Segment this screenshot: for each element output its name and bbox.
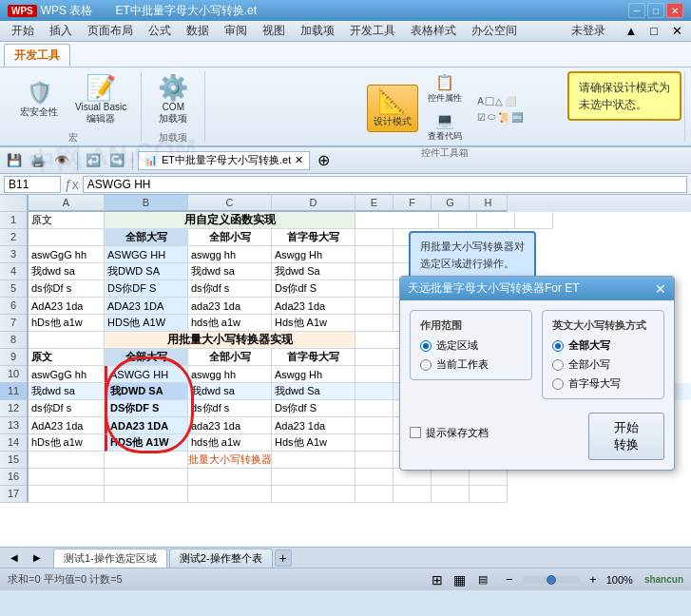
cell-f1[interactable] — [439, 212, 477, 229]
cell-c14[interactable]: hds他 a1w — [188, 434, 272, 452]
sheet-tab-test1[interactable]: 测试1-操作选定区域 — [53, 549, 167, 568]
com-addins-button[interactable]: ⚙️ COM加载项 — [149, 71, 197, 129]
maximize-button[interactable]: □ — [647, 3, 664, 18]
cell-a4[interactable]: 我dwd sa — [29, 263, 105, 280]
cell-e7[interactable] — [355, 315, 393, 332]
zoom-in-button[interactable]: + — [583, 569, 604, 590]
cell-b7[interactable]: HDS他 A1W — [105, 315, 188, 332]
cell-d16[interactable] — [272, 469, 355, 486]
cell-c2[interactable]: 全部小写 — [188, 229, 272, 246]
cell-b5[interactable]: DS你DF S — [105, 280, 188, 298]
menu-table-style[interactable]: 表格样式 — [403, 21, 464, 41]
cell-e1[interactable] — [355, 212, 439, 229]
cell-d17[interactable] — [272, 486, 355, 503]
page-break-button[interactable]: ▤ — [472, 569, 493, 590]
cell-b6[interactable]: ADA23 1DA — [105, 298, 188, 315]
cell-c5[interactable]: ds你df s — [188, 280, 272, 298]
dialog-close-button[interactable]: ✕ — [655, 281, 666, 297]
cell-a5[interactable]: ds你Df s — [29, 280, 105, 298]
zoom-out-button[interactable]: − — [499, 569, 520, 590]
cell-g17[interactable] — [432, 486, 470, 503]
menu-page-layout[interactable]: 页面布局 — [80, 21, 141, 41]
cell-d10[interactable]: Aswgg Hh — [272, 366, 355, 383]
menu-addins[interactable]: 加载项 — [293, 21, 342, 41]
cell-a9[interactable]: 原文 — [29, 349, 105, 366]
window-ctrl-1[interactable]: ▲ — [621, 21, 642, 42]
cell-e14[interactable] — [355, 434, 393, 452]
close-file-icon[interactable]: ✕ — [295, 154, 303, 166]
close-button[interactable]: ✕ — [666, 3, 683, 18]
convert-radio-uppercase[interactable]: 全部大写 — [552, 338, 654, 353]
cell-e12[interactable] — [355, 400, 393, 417]
menu-formula[interactable]: 公式 — [141, 21, 179, 41]
cell-e15[interactable] — [355, 452, 393, 469]
view-code-button[interactable]: 💻 查看代码 — [424, 109, 466, 144]
cell-a14[interactable]: hDs他 a1w — [29, 434, 105, 452]
cell-d13[interactable]: Ada23 1da — [272, 417, 355, 434]
scope-radio-selected-area[interactable]: 选定区域 — [420, 338, 522, 353]
cell-b13[interactable]: ADA23 1DA — [105, 417, 188, 434]
minimize-button[interactable]: ─ — [628, 3, 645, 18]
window-ctrl-2[interactable]: □ — [643, 21, 664, 42]
cell-b10[interactable]: ASWGG HH — [105, 366, 188, 383]
cell-c16[interactable] — [188, 469, 272, 486]
col-header-f[interactable]: F — [393, 195, 432, 212]
cell-d4[interactable]: 我dwd Sa — [272, 263, 355, 280]
design-mode-button[interactable]: 📐 设计模式 — [367, 85, 418, 132]
cell-a13[interactable]: AdA23 1da — [29, 417, 105, 434]
cell-e13[interactable] — [355, 417, 393, 434]
scope-radio-current-sheet[interactable]: 当前工作表 — [420, 357, 522, 372]
cell-b11[interactable]: 我DWD SA — [105, 383, 188, 400]
col-header-h[interactable]: H — [470, 195, 508, 212]
cell-f16[interactable] — [393, 469, 432, 486]
save-button[interactable]: 💾 — [4, 150, 25, 171]
cell-a7[interactable]: hDs他 a1w — [29, 315, 105, 332]
macro-security-button[interactable]: 🛡️ 宏安全性 — [13, 79, 65, 123]
cell-c3[interactable]: aswgg hh — [188, 246, 272, 263]
cell-e6[interactable] — [355, 298, 393, 315]
convert-radio-lowercase[interactable]: 全部小写 — [552, 357, 654, 372]
formula-input[interactable]: ASWGG HH — [83, 176, 687, 193]
zoom-slider[interactable] — [523, 576, 580, 584]
undo-button[interactable]: ↩️ — [83, 150, 104, 171]
page-view-button[interactable]: ▦ — [450, 569, 470, 590]
menu-login[interactable]: 未登录 — [564, 21, 613, 41]
col-header-a[interactable]: A — [29, 195, 105, 212]
cell-reference[interactable]: B11 — [4, 176, 61, 193]
cell-e4[interactable] — [355, 263, 393, 280]
cell-a2[interactable] — [29, 229, 105, 246]
cell-d15[interactable] — [272, 452, 355, 469]
cell-a16[interactable] — [29, 469, 105, 486]
add-sheet-button[interactable]: + — [275, 549, 292, 567]
cell-a8[interactable] — [29, 332, 105, 349]
window-ctrl-3[interactable]: ✕ — [666, 21, 687, 42]
col-header-b[interactable]: B — [105, 195, 188, 212]
cell-e9[interactable] — [355, 349, 393, 366]
cell-a15[interactable] — [29, 452, 105, 469]
control-properties-button[interactable]: 📋 控件属性 — [424, 71, 466, 106]
cell-e5[interactable] — [355, 280, 393, 298]
tab-scroll-left[interactable]: ◀ — [4, 548, 25, 568]
menu-data[interactable]: 数据 — [179, 21, 217, 41]
cell-c12[interactable]: ds你df s — [188, 400, 272, 417]
cell-d11[interactable]: 我dwd Sa — [272, 383, 355, 400]
cell-b12[interactable]: DS你DF S — [105, 400, 188, 417]
cell-d2[interactable]: 首字母大写 — [272, 229, 355, 246]
add-sheet-toolbar-button[interactable]: ⊕ — [313, 150, 334, 171]
cell-a1[interactable]: 原文 — [29, 212, 105, 229]
start-convert-button[interactable]: 开始转换 — [588, 413, 664, 460]
cell-a6[interactable]: AdA23 1da — [29, 298, 105, 315]
cell-c10[interactable]: aswgg hh — [188, 366, 272, 383]
tab-developer[interactable]: 开发工具 — [4, 44, 70, 67]
cell-h16[interactable] — [470, 469, 508, 486]
normal-view-button[interactable]: ⊞ — [427, 569, 448, 590]
cell-c4[interactable]: 我dwd sa — [188, 263, 272, 280]
redo-button[interactable]: ↪️ — [106, 150, 127, 171]
cell-e2[interactable] — [355, 229, 393, 246]
cell-a3[interactable]: aswGgG hh — [29, 246, 105, 263]
cell-b17[interactable] — [105, 486, 188, 503]
cell-b14[interactable]: HDS他 A1W — [105, 434, 188, 452]
cell-d14[interactable]: Hds他 A1w — [272, 434, 355, 452]
cell-h1[interactable] — [515, 212, 553, 229]
cell-d7[interactable]: Hds他 A1w — [272, 315, 355, 332]
